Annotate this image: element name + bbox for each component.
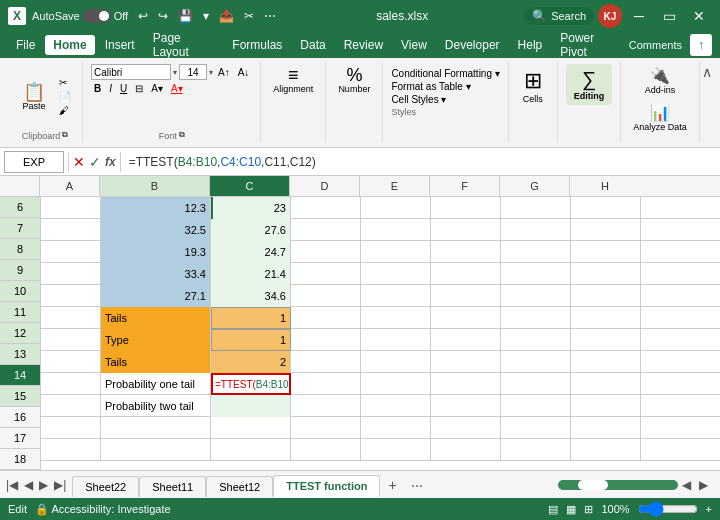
format-painter-button[interactable]: 🖌 bbox=[56, 104, 74, 117]
cell-h12[interactable] bbox=[571, 329, 641, 351]
row-header-7[interactable]: 7 bbox=[0, 218, 40, 239]
cell-d15[interactable] bbox=[291, 395, 361, 417]
user-avatar[interactable]: KJ bbox=[598, 4, 622, 28]
cell-c13[interactable]: 2 bbox=[211, 351, 291, 373]
col-header-e[interactable]: E bbox=[360, 176, 430, 196]
cell-a16[interactable] bbox=[41, 417, 101, 439]
cell-b7[interactable]: 32.5 bbox=[101, 219, 211, 241]
menu-developer[interactable]: Developer bbox=[437, 35, 508, 55]
cell-e15[interactable] bbox=[361, 395, 431, 417]
analyze-data-button[interactable]: 📊 Analyze Data bbox=[629, 101, 691, 134]
cell-b11[interactable]: Tails bbox=[101, 307, 211, 329]
menu-page-layout[interactable]: Page Layout bbox=[145, 28, 223, 62]
cells-button[interactable]: ⊞ Cells bbox=[517, 64, 549, 108]
name-box[interactable] bbox=[4, 151, 64, 173]
add-ins-button[interactable]: 🔌 Add-ins bbox=[641, 64, 680, 97]
cell-c11[interactable]: 1 bbox=[211, 307, 291, 329]
menu-insert[interactable]: Insert bbox=[97, 35, 143, 55]
cell-e9[interactable] bbox=[361, 263, 431, 285]
menu-data[interactable]: Data bbox=[292, 35, 333, 55]
cell-f13[interactable] bbox=[431, 351, 501, 373]
cell-c7[interactable]: 27.6 bbox=[211, 219, 291, 241]
row-header-11[interactable]: 11 bbox=[0, 302, 40, 323]
cell-h7[interactable] bbox=[571, 219, 641, 241]
row-header-12[interactable]: 12 bbox=[0, 323, 40, 344]
cell-styles-button[interactable]: Cell Styles ▾ bbox=[391, 94, 446, 105]
cell-a6[interactable] bbox=[41, 197, 101, 219]
cell-b17[interactable] bbox=[101, 439, 211, 461]
cell-d9[interactable] bbox=[291, 263, 361, 285]
cell-e8[interactable] bbox=[361, 241, 431, 263]
cell-f9[interactable] bbox=[431, 263, 501, 285]
copy-button[interactable]: 📄 bbox=[56, 90, 74, 103]
cell-b10[interactable]: 27.1 bbox=[101, 285, 211, 307]
cell-h8[interactable] bbox=[571, 241, 641, 263]
cell-d13[interactable] bbox=[291, 351, 361, 373]
cell-b13[interactable]: Tails bbox=[101, 351, 211, 373]
search-box[interactable]: 🔍 Search bbox=[524, 7, 594, 25]
cell-d12[interactable] bbox=[291, 329, 361, 351]
restore-button[interactable]: ▭ bbox=[656, 3, 682, 29]
autosave-pill[interactable] bbox=[83, 9, 111, 23]
cell-a17[interactable] bbox=[41, 439, 101, 461]
cell-c14[interactable]: =TTEST(B4:B10,C4:C10,C11,C12) bbox=[211, 373, 291, 395]
sheet-tab-sheet22[interactable]: Sheet22 bbox=[72, 476, 139, 497]
autosave-toggle[interactable]: AutoSave Off bbox=[32, 9, 128, 23]
cell-f15[interactable] bbox=[431, 395, 501, 417]
cell-d10[interactable] bbox=[291, 285, 361, 307]
save-button[interactable]: 💾 bbox=[174, 7, 197, 25]
fill-color-button[interactable]: A▾ bbox=[148, 82, 166, 95]
ribbon-collapse[interactable]: ∧ bbox=[702, 62, 712, 143]
cell-g13[interactable] bbox=[501, 351, 571, 373]
menu-view[interactable]: View bbox=[393, 35, 435, 55]
row-header-14[interactable]: 14 bbox=[0, 365, 40, 386]
cell-g11[interactable] bbox=[501, 307, 571, 329]
cell-e12[interactable] bbox=[361, 329, 431, 351]
cell-a7[interactable] bbox=[41, 219, 101, 241]
comments-button[interactable]: Comments bbox=[629, 39, 682, 51]
cut-button[interactable]: ✂ bbox=[56, 76, 74, 89]
cell-f14[interactable] bbox=[431, 373, 501, 395]
row-header-16[interactable]: 16 bbox=[0, 407, 40, 428]
view-page-break[interactable]: ⊞ bbox=[584, 503, 593, 516]
cell-g16[interactable] bbox=[501, 417, 571, 439]
col-header-d[interactable]: D bbox=[290, 176, 360, 196]
menu-formulas[interactable]: Formulas bbox=[224, 35, 290, 55]
border-button[interactable]: ⊟ bbox=[132, 82, 146, 95]
row-header-9[interactable]: 9 bbox=[0, 260, 40, 281]
scroll-right-button[interactable]: ▶ bbox=[695, 478, 712, 492]
cell-b12[interactable]: Type bbox=[101, 329, 211, 351]
cell-b14[interactable]: Probability one tail bbox=[101, 373, 211, 395]
sheet-nav-first[interactable]: |◀ bbox=[4, 476, 20, 494]
cell-d6[interactable] bbox=[291, 197, 361, 219]
zoom-slider[interactable] bbox=[638, 501, 698, 517]
cell-c9[interactable]: 21.4 bbox=[211, 263, 291, 285]
cell-f7[interactable] bbox=[431, 219, 501, 241]
cell-c12[interactable]: 1 bbox=[211, 329, 291, 351]
cell-c6[interactable]: 23 bbox=[211, 197, 291, 219]
add-sheet-button[interactable]: + bbox=[380, 473, 404, 497]
sheet-tab-ttest[interactable]: TTEST function bbox=[273, 475, 380, 497]
cell-e16[interactable] bbox=[361, 417, 431, 439]
cell-a11[interactable] bbox=[41, 307, 101, 329]
clipboard-expand[interactable]: ⧉ bbox=[62, 130, 68, 140]
cell-g9[interactable] bbox=[501, 263, 571, 285]
horizontal-scrollbar[interactable] bbox=[558, 480, 678, 490]
menu-home[interactable]: Home bbox=[45, 35, 94, 55]
italic-button[interactable]: I bbox=[106, 82, 115, 95]
cell-d16[interactable] bbox=[291, 417, 361, 439]
cell-h17[interactable] bbox=[571, 439, 641, 461]
cell-g14[interactable] bbox=[501, 373, 571, 395]
cell-f17[interactable] bbox=[431, 439, 501, 461]
cell-b15[interactable]: Probability two tail bbox=[101, 395, 211, 417]
cell-c16[interactable] bbox=[211, 417, 291, 439]
close-button[interactable]: ✕ bbox=[686, 3, 712, 29]
row-header-18[interactable]: 18 bbox=[0, 449, 40, 470]
cell-c15[interactable] bbox=[211, 395, 291, 417]
conditional-formatting-button[interactable]: Conditional Formatting ▾ bbox=[391, 68, 499, 79]
sheet-tab-sheet11[interactable]: Sheet11 bbox=[139, 476, 206, 497]
cell-a12[interactable] bbox=[41, 329, 101, 351]
paste-button[interactable]: 📋 Paste bbox=[16, 81, 52, 113]
font-name-arrow[interactable]: ▾ bbox=[173, 68, 177, 77]
cell-h15[interactable] bbox=[571, 395, 641, 417]
